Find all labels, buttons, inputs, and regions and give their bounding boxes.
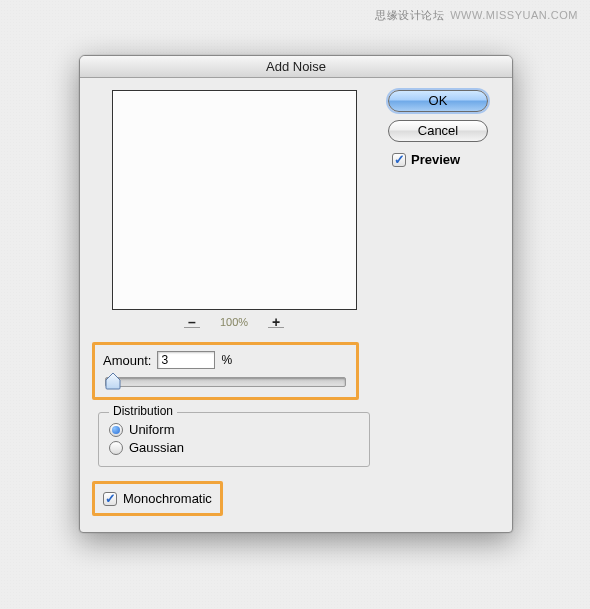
amount-input[interactable]	[157, 351, 215, 369]
zoom-out-button[interactable]: –	[184, 317, 200, 328]
gaussian-label: Gaussian	[129, 440, 184, 455]
amount-label: Amount:	[103, 353, 151, 368]
monochromatic-highlight: Monochromatic	[92, 481, 223, 516]
gaussian-option[interactable]: Gaussian	[109, 440, 359, 455]
amount-group-highlight: Amount: %	[92, 342, 359, 400]
uniform-label: Uniform	[129, 422, 175, 437]
uniform-radio[interactable]	[109, 423, 123, 437]
uniform-option[interactable]: Uniform	[109, 422, 359, 437]
preview-option[interactable]: Preview	[392, 152, 498, 167]
amount-slider[interactable]	[105, 377, 346, 387]
amount-unit: %	[221, 353, 232, 367]
watermark: 思缘设计论坛WWW.MISSYUAN.COM	[375, 8, 578, 23]
monochromatic-checkbox[interactable]	[103, 492, 117, 506]
noise-preview-area	[112, 90, 357, 310]
zoom-in-button[interactable]: +	[268, 317, 284, 328]
gaussian-radio[interactable]	[109, 441, 123, 455]
distribution-group: Distribution Uniform Gaussian	[98, 412, 370, 467]
monochromatic-label: Monochromatic	[123, 491, 212, 506]
preview-checkbox[interactable]	[392, 153, 406, 167]
cancel-button[interactable]: Cancel	[388, 120, 488, 142]
amount-slider-thumb[interactable]	[105, 372, 121, 390]
distribution-legend: Distribution	[109, 404, 177, 418]
monochromatic-option[interactable]: Monochromatic	[103, 491, 212, 506]
dialog-title: Add Noise	[80, 56, 512, 78]
preview-label: Preview	[411, 152, 460, 167]
add-noise-dialog: Add Noise – 100% + Amount: %	[79, 55, 513, 533]
zoom-level: 100%	[220, 316, 248, 328]
ok-button[interactable]: OK	[388, 90, 488, 112]
